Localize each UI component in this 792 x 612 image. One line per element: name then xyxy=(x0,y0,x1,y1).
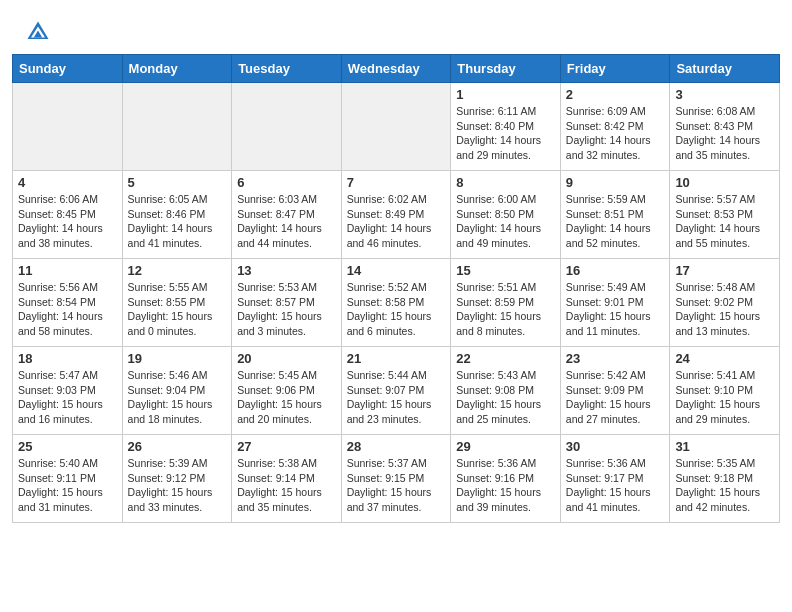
day-number: 24 xyxy=(675,351,774,366)
day-number: 28 xyxy=(347,439,446,454)
calendar-cell: 10Sunrise: 5:57 AM Sunset: 8:53 PM Dayli… xyxy=(670,171,780,259)
day-number: 11 xyxy=(18,263,117,278)
day-info: Sunrise: 5:49 AM Sunset: 9:01 PM Dayligh… xyxy=(566,280,665,339)
day-info: Sunrise: 5:42 AM Sunset: 9:09 PM Dayligh… xyxy=(566,368,665,427)
calendar-cell: 17Sunrise: 5:48 AM Sunset: 9:02 PM Dayli… xyxy=(670,259,780,347)
day-number: 23 xyxy=(566,351,665,366)
calendar-cell: 6Sunrise: 6:03 AM Sunset: 8:47 PM Daylig… xyxy=(232,171,342,259)
day-info: Sunrise: 5:41 AM Sunset: 9:10 PM Dayligh… xyxy=(675,368,774,427)
weekday-header-sunday: Sunday xyxy=(13,55,123,83)
week-row-2: 4Sunrise: 6:06 AM Sunset: 8:45 PM Daylig… xyxy=(13,171,780,259)
weekday-header-wednesday: Wednesday xyxy=(341,55,451,83)
calendar-cell: 3Sunrise: 6:08 AM Sunset: 8:43 PM Daylig… xyxy=(670,83,780,171)
day-info: Sunrise: 5:39 AM Sunset: 9:12 PM Dayligh… xyxy=(128,456,227,515)
calendar-cell: 21Sunrise: 5:44 AM Sunset: 9:07 PM Dayli… xyxy=(341,347,451,435)
day-info: Sunrise: 5:35 AM Sunset: 9:18 PM Dayligh… xyxy=(675,456,774,515)
logo-icon xyxy=(24,18,52,46)
calendar-cell: 8Sunrise: 6:00 AM Sunset: 8:50 PM Daylig… xyxy=(451,171,561,259)
calendar-cell: 26Sunrise: 5:39 AM Sunset: 9:12 PM Dayli… xyxy=(122,435,232,523)
calendar-cell: 19Sunrise: 5:46 AM Sunset: 9:04 PM Dayli… xyxy=(122,347,232,435)
day-number: 5 xyxy=(128,175,227,190)
calendar-cell: 30Sunrise: 5:36 AM Sunset: 9:17 PM Dayli… xyxy=(560,435,670,523)
calendar-cell: 7Sunrise: 6:02 AM Sunset: 8:49 PM Daylig… xyxy=(341,171,451,259)
day-info: Sunrise: 5:47 AM Sunset: 9:03 PM Dayligh… xyxy=(18,368,117,427)
day-info: Sunrise: 5:43 AM Sunset: 9:08 PM Dayligh… xyxy=(456,368,555,427)
day-number: 27 xyxy=(237,439,336,454)
day-number: 26 xyxy=(128,439,227,454)
weekday-header-tuesday: Tuesday xyxy=(232,55,342,83)
calendar-cell xyxy=(341,83,451,171)
calendar-cell: 27Sunrise: 5:38 AM Sunset: 9:14 PM Dayli… xyxy=(232,435,342,523)
calendar-cell: 9Sunrise: 5:59 AM Sunset: 8:51 PM Daylig… xyxy=(560,171,670,259)
day-number: 6 xyxy=(237,175,336,190)
calendar-cell: 13Sunrise: 5:53 AM Sunset: 8:57 PM Dayli… xyxy=(232,259,342,347)
logo xyxy=(24,18,56,46)
day-info: Sunrise: 6:11 AM Sunset: 8:40 PM Dayligh… xyxy=(456,104,555,163)
calendar-cell: 18Sunrise: 5:47 AM Sunset: 9:03 PM Dayli… xyxy=(13,347,123,435)
day-info: Sunrise: 5:57 AM Sunset: 8:53 PM Dayligh… xyxy=(675,192,774,251)
day-info: Sunrise: 5:44 AM Sunset: 9:07 PM Dayligh… xyxy=(347,368,446,427)
day-info: Sunrise: 5:55 AM Sunset: 8:55 PM Dayligh… xyxy=(128,280,227,339)
calendar-cell: 12Sunrise: 5:55 AM Sunset: 8:55 PM Dayli… xyxy=(122,259,232,347)
calendar-cell xyxy=(13,83,123,171)
calendar-cell: 4Sunrise: 6:06 AM Sunset: 8:45 PM Daylig… xyxy=(13,171,123,259)
calendar-cell: 15Sunrise: 5:51 AM Sunset: 8:59 PM Dayli… xyxy=(451,259,561,347)
calendar-cell: 29Sunrise: 5:36 AM Sunset: 9:16 PM Dayli… xyxy=(451,435,561,523)
day-number: 9 xyxy=(566,175,665,190)
day-number: 17 xyxy=(675,263,774,278)
day-info: Sunrise: 6:06 AM Sunset: 8:45 PM Dayligh… xyxy=(18,192,117,251)
calendar-cell: 24Sunrise: 5:41 AM Sunset: 9:10 PM Dayli… xyxy=(670,347,780,435)
calendar-cell: 23Sunrise: 5:42 AM Sunset: 9:09 PM Dayli… xyxy=(560,347,670,435)
calendar-cell: 14Sunrise: 5:52 AM Sunset: 8:58 PM Dayli… xyxy=(341,259,451,347)
calendar-cell: 28Sunrise: 5:37 AM Sunset: 9:15 PM Dayli… xyxy=(341,435,451,523)
calendar-cell: 16Sunrise: 5:49 AM Sunset: 9:01 PM Dayli… xyxy=(560,259,670,347)
day-number: 3 xyxy=(675,87,774,102)
calendar-header: SundayMondayTuesdayWednesdayThursdayFrid… xyxy=(13,55,780,83)
day-number: 29 xyxy=(456,439,555,454)
week-row-5: 25Sunrise: 5:40 AM Sunset: 9:11 PM Dayli… xyxy=(13,435,780,523)
day-info: Sunrise: 5:59 AM Sunset: 8:51 PM Dayligh… xyxy=(566,192,665,251)
day-number: 13 xyxy=(237,263,336,278)
day-info: Sunrise: 5:52 AM Sunset: 8:58 PM Dayligh… xyxy=(347,280,446,339)
week-row-1: 1Sunrise: 6:11 AM Sunset: 8:40 PM Daylig… xyxy=(13,83,780,171)
day-number: 20 xyxy=(237,351,336,366)
day-number: 14 xyxy=(347,263,446,278)
day-info: Sunrise: 5:36 AM Sunset: 9:16 PM Dayligh… xyxy=(456,456,555,515)
calendar-cell: 20Sunrise: 5:45 AM Sunset: 9:06 PM Dayli… xyxy=(232,347,342,435)
day-number: 16 xyxy=(566,263,665,278)
calendar-cell: 25Sunrise: 5:40 AM Sunset: 9:11 PM Dayli… xyxy=(13,435,123,523)
day-number: 4 xyxy=(18,175,117,190)
calendar-cell xyxy=(232,83,342,171)
calendar-cell: 2Sunrise: 6:09 AM Sunset: 8:42 PM Daylig… xyxy=(560,83,670,171)
day-info: Sunrise: 5:53 AM Sunset: 8:57 PM Dayligh… xyxy=(237,280,336,339)
week-row-4: 18Sunrise: 5:47 AM Sunset: 9:03 PM Dayli… xyxy=(13,347,780,435)
day-info: Sunrise: 6:02 AM Sunset: 8:49 PM Dayligh… xyxy=(347,192,446,251)
day-info: Sunrise: 5:37 AM Sunset: 9:15 PM Dayligh… xyxy=(347,456,446,515)
day-number: 12 xyxy=(128,263,227,278)
day-info: Sunrise: 5:38 AM Sunset: 9:14 PM Dayligh… xyxy=(237,456,336,515)
day-number: 25 xyxy=(18,439,117,454)
day-info: Sunrise: 6:09 AM Sunset: 8:42 PM Dayligh… xyxy=(566,104,665,163)
week-row-3: 11Sunrise: 5:56 AM Sunset: 8:54 PM Dayli… xyxy=(13,259,780,347)
calendar-cell xyxy=(122,83,232,171)
day-info: Sunrise: 5:46 AM Sunset: 9:04 PM Dayligh… xyxy=(128,368,227,427)
day-number: 22 xyxy=(456,351,555,366)
calendar-cell: 1Sunrise: 6:11 AM Sunset: 8:40 PM Daylig… xyxy=(451,83,561,171)
day-number: 18 xyxy=(18,351,117,366)
day-number: 19 xyxy=(128,351,227,366)
day-info: Sunrise: 5:40 AM Sunset: 9:11 PM Dayligh… xyxy=(18,456,117,515)
day-info: Sunrise: 6:03 AM Sunset: 8:47 PM Dayligh… xyxy=(237,192,336,251)
day-info: Sunrise: 5:48 AM Sunset: 9:02 PM Dayligh… xyxy=(675,280,774,339)
day-number: 21 xyxy=(347,351,446,366)
day-number: 10 xyxy=(675,175,774,190)
day-number: 31 xyxy=(675,439,774,454)
day-info: Sunrise: 6:08 AM Sunset: 8:43 PM Dayligh… xyxy=(675,104,774,163)
weekday-header-friday: Friday xyxy=(560,55,670,83)
day-number: 30 xyxy=(566,439,665,454)
weekday-header-monday: Monday xyxy=(122,55,232,83)
day-info: Sunrise: 6:00 AM Sunset: 8:50 PM Dayligh… xyxy=(456,192,555,251)
day-info: Sunrise: 5:36 AM Sunset: 9:17 PM Dayligh… xyxy=(566,456,665,515)
day-number: 15 xyxy=(456,263,555,278)
calendar-table: SundayMondayTuesdayWednesdayThursdayFrid… xyxy=(12,54,780,523)
calendar-cell: 11Sunrise: 5:56 AM Sunset: 8:54 PM Dayli… xyxy=(13,259,123,347)
